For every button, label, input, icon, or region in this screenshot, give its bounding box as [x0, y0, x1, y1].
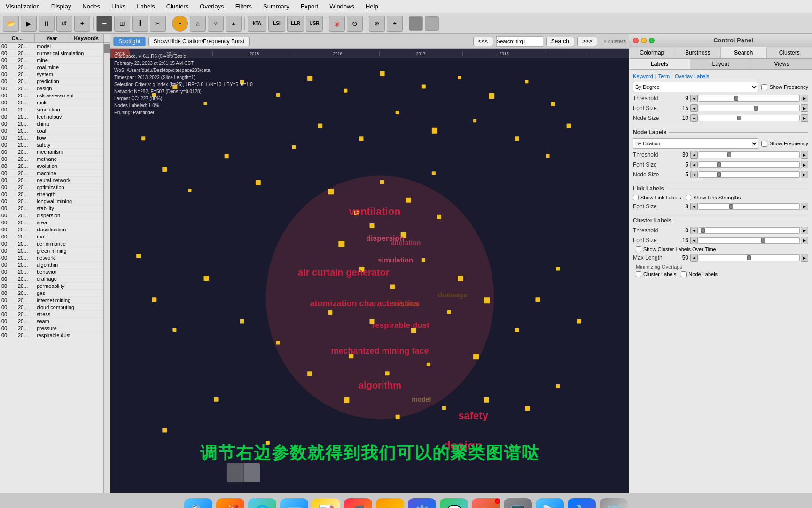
list-item[interactable]: 00 20... green mining [0, 247, 103, 254]
list-item[interactable]: 00 20... optimization [0, 184, 103, 191]
node-sort-dropdown[interactable]: By Citation [633, 138, 758, 149]
list-item[interactable]: 00 20... gas [0, 290, 103, 297]
tab-labels[interactable]: Labels [629, 59, 690, 69]
menu-summary[interactable]: Summary [261, 2, 291, 11]
keyword-threshold-slider[interactable]: ◀ ▶ [690, 95, 808, 102]
cluster-btn4[interactable]: ▲ [226, 16, 242, 32]
node-nodesize-inc[interactable]: ▶ [801, 171, 808, 178]
menu-export[interactable]: Export [299, 2, 320, 11]
node-threshold-dec[interactable]: ◀ [690, 151, 698, 159]
node-fontsize-dec[interactable]: ◀ [690, 161, 698, 168]
nodesize-inc-btn[interactable]: ▶ [801, 114, 808, 122]
node-threshold-inc[interactable]: ▶ [801, 151, 808, 159]
list-item[interactable]: 00 20... coal mine [0, 64, 103, 71]
list-item[interactable]: 00 20... seam [0, 318, 103, 325]
subtab-term[interactable]: Term [658, 73, 670, 79]
threshold-track[interactable] [699, 95, 800, 102]
cluster-btn2[interactable]: △ [190, 16, 206, 32]
select-button[interactable]: I [132, 16, 148, 32]
node-fontsize-track[interactable] [699, 161, 800, 168]
node-threshold-track[interactable] [699, 151, 800, 158]
node-fontsize-slider[interactable]: ◀ ▶ [690, 161, 808, 168]
cluster-threshold-slider[interactable]: ◀ ▶ [690, 227, 808, 234]
list-item[interactable]: 00 20... flow [0, 135, 103, 142]
list-item[interactable]: 00 20... mechanism [0, 149, 103, 156]
keyword-nodesize-slider[interactable]: ◀ ▶ [690, 114, 808, 122]
viz-area[interactable]: 2013 2014 2015 2016 2017 2018 ... [110, 49, 629, 493]
grid-button[interactable]: ⊞ [114, 16, 130, 32]
col-header-kw[interactable]: Keywords [69, 34, 103, 42]
list-item[interactable]: 00 20... network [0, 254, 103, 262]
list-item[interactable]: 00 20... methane [0, 156, 103, 163]
usr-button[interactable]: USR [306, 16, 323, 32]
col-header-year[interactable]: Year [35, 34, 70, 42]
llr-button[interactable]: LLR [287, 16, 304, 32]
menu-windows[interactable]: Windows [328, 2, 356, 11]
network-svg[interactable]: ventilation dispersion alteration simula… [110, 58, 629, 493]
dock-finder[interactable]: 🔍 [184, 498, 212, 508]
lsi-button[interactable]: LSI [268, 16, 285, 32]
dock-mail[interactable]: ✉️ [280, 498, 308, 508]
show-cluster-over-time-checkbox[interactable] [636, 246, 641, 252]
list-item[interactable]: 00 20... simulation [0, 106, 103, 113]
max-length-track[interactable] [699, 254, 800, 261]
fontsize-track[interactable] [699, 105, 800, 111]
dock-app6[interactable]: 🔧 [568, 498, 596, 508]
cluster-btn1[interactable]: ● [172, 16, 188, 32]
node-fontsize-inc[interactable]: ▶ [801, 161, 808, 168]
show-frequency-checkbox[interactable] [761, 84, 767, 90]
list-item[interactable]: 00 20... behavior [0, 269, 103, 276]
rect-btn2[interactable] [425, 16, 439, 31]
node-nodesize-dec[interactable]: ◀ [690, 171, 698, 178]
show-link-strengths-checkbox[interactable] [686, 195, 691, 200]
reset-button[interactable]: ↺ [56, 16, 72, 32]
dock-app2[interactable]: 💬 [440, 498, 468, 508]
list-item[interactable]: 00 20... stress [0, 311, 103, 318]
dock-music[interactable]: 🎵 [344, 498, 372, 508]
dock-safari[interactable]: 🌐 [248, 498, 276, 508]
list-item[interactable]: 00 20... design [0, 85, 103, 92]
list-item[interactable]: 00 20... coal [0, 127, 103, 135]
tab-views[interactable]: Views [751, 59, 812, 69]
maximize-button[interactable] [649, 38, 655, 43]
list-item[interactable]: 00 20... stability [0, 205, 103, 212]
cluster-fontsize-track[interactable] [699, 237, 800, 244]
list-item[interactable]: 00 20... numerical simulation [0, 50, 103, 57]
node-show-frequency-checkbox[interactable] [761, 141, 767, 147]
dock-app3[interactable]: 🎨 2 [472, 498, 500, 508]
menu-nodes[interactable]: Nodes [80, 2, 102, 11]
cluster-labels-checkbox[interactable] [636, 271, 641, 277]
list-item[interactable]: 00 20... machine [0, 170, 103, 177]
list-item[interactable]: 00 20... safety [0, 142, 103, 149]
threshold-dec-btn[interactable]: ◀ [690, 95, 698, 102]
menu-links[interactable]: Links [109, 2, 127, 11]
threshold-inc-btn[interactable]: ▶ [801, 95, 808, 102]
dock-trash[interactable]: 🗑️ [600, 498, 628, 508]
list-scrollbar[interactable] [103, 43, 110, 493]
list-item[interactable]: 00 20... internet mining [0, 297, 103, 304]
tab-search[interactable]: Search [721, 47, 767, 58]
list-item[interactable]: 00 20... technology [0, 113, 103, 120]
link-fontsize-slider[interactable]: ◀ ▶ [690, 203, 808, 210]
list-item[interactable]: 00 20... rock [0, 99, 103, 106]
cut-button[interactable]: ✂ [150, 16, 166, 32]
minimize-button[interactable] [641, 38, 647, 43]
tab-burstness[interactable]: Burstness [675, 47, 721, 58]
bar-chart-button[interactable]: ━ [96, 16, 112, 32]
list-item[interactable]: 00 20... prediction [0, 78, 103, 85]
max-length-inc[interactable]: ▶ [801, 254, 808, 262]
list-item[interactable]: 00 20... mine [0, 57, 103, 64]
show-link-labels-checkbox[interactable] [633, 195, 639, 200]
list-item[interactable]: 00 20... drainage [0, 276, 103, 283]
show-hide-button[interactable]: Show/Hide Citation/Frequency Burst [148, 37, 250, 46]
spotlight-button[interactable]: Spotlight [113, 37, 146, 46]
search-input[interactable] [496, 36, 543, 47]
nodesize-dec-btn[interactable]: ◀ [690, 114, 698, 122]
menu-visualization[interactable]: Visualization [4, 2, 42, 11]
menu-filters[interactable]: Filters [234, 2, 254, 11]
list-item[interactable]: 00 20... system [0, 71, 103, 78]
play-button[interactable]: ▶ [21, 16, 37, 32]
pause-button[interactable]: ⏸ [39, 16, 55, 32]
fontsize-inc-btn[interactable]: ▶ [801, 104, 808, 112]
list-item[interactable]: 00 20... model [0, 43, 103, 50]
